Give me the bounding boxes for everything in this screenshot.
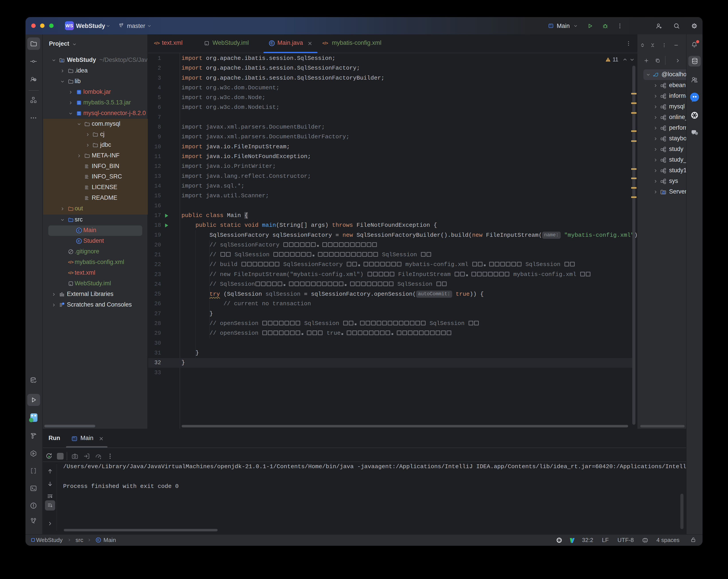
svg-text:C: C — [97, 538, 100, 542]
svg-text:C: C — [78, 229, 80, 232]
svg-text:C: C — [270, 41, 273, 45]
svg-text:</>: </> — [68, 260, 74, 265]
svg-text:C: C — [78, 239, 80, 243]
svg-text:</>: </> — [154, 41, 160, 46]
svg-text:</>: </> — [68, 271, 74, 275]
svg-text:?: ? — [34, 78, 35, 81]
svg-text:</>: </> — [322, 41, 328, 46]
